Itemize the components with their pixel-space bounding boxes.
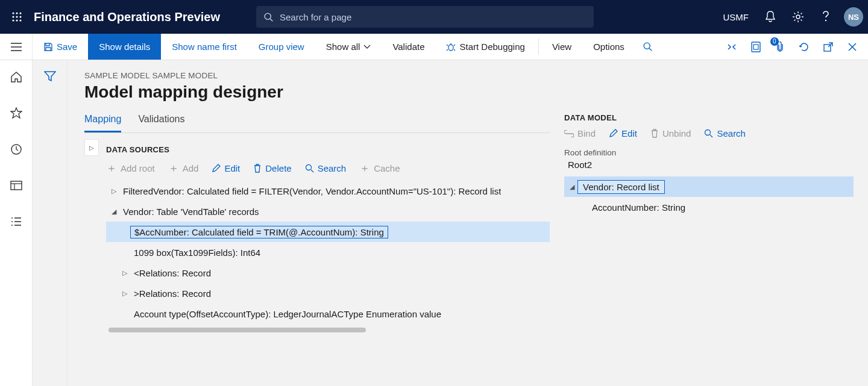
search-icon — [643, 42, 653, 52]
page-title: Model mapping designer — [84, 82, 550, 102]
settings-icon[interactable] — [786, 5, 810, 29]
search-icon — [704, 129, 713, 138]
bind-button[interactable]: Bind — [564, 128, 596, 139]
pencil-icon — [212, 164, 221, 173]
workspaces-icon[interactable] — [4, 173, 28, 198]
view-tab[interactable]: View — [541, 34, 582, 60]
tree-node-acc-number: $AccNumber: Calculated field = TRIM(@.Ac… — [130, 226, 388, 238]
save-button[interactable]: Save — [33, 34, 88, 60]
start-debugging-button[interactable]: Start Debugging — [435, 34, 535, 60]
tree-row[interactable]: Account type(OffsetAccountType): LedgerJ… — [106, 304, 550, 324]
user-avatar[interactable]: NS — [844, 7, 863, 26]
global-search-input[interactable] — [280, 12, 587, 22]
cache-button[interactable]: ＋Cache — [359, 163, 400, 173]
search-button[interactable]: Search — [305, 163, 347, 173]
collapse-icon[interactable]: ◢ — [108, 208, 119, 216]
global-search[interactable] — [256, 6, 594, 28]
app-launcher-icon[interactable] — [5, 5, 29, 29]
tree-node-rel-out: >Relations: Record — [130, 288, 211, 299]
save-label: Save — [57, 42, 77, 52]
tree-node-account-type: Account type(OffsetAccountType): LedgerJ… — [130, 309, 441, 319]
expand-icon[interactable]: ▷ — [119, 269, 130, 277]
link-icon — [564, 130, 574, 137]
tree-row[interactable]: 1099 box(Tax1099Fields): Int64 — [106, 242, 550, 263]
show-details-button[interactable]: Show details — [88, 34, 161, 60]
refresh-button[interactable] — [793, 36, 815, 58]
collapse-icon[interactable]: ◢ — [567, 183, 577, 191]
svg-point-16 — [448, 45, 453, 51]
data-model-heading: DATA MODEL — [564, 71, 854, 128]
save-icon — [43, 42, 53, 52]
popout-button[interactable] — [817, 36, 839, 58]
svg-rect-30 — [11, 181, 22, 190]
tree-row[interactable]: ▷ FilteredVendor: Calculated field = FIL… — [106, 181, 550, 201]
tab-validations[interactable]: Validations — [138, 110, 184, 132]
notifications-icon[interactable] — [758, 5, 782, 29]
svg-line-18 — [447, 45, 448, 46]
svg-point-12 — [825, 20, 826, 21]
svg-point-1 — [16, 12, 17, 14]
main-content: SAMPLE MODEL SAMPLE MODEL Model mapping … — [68, 60, 868, 386]
svg-line-42 — [710, 135, 712, 137]
nav-toggle-button[interactable] — [0, 34, 33, 60]
modules-icon[interactable] — [4, 210, 28, 234]
search-button[interactable]: Search — [704, 128, 746, 139]
home-icon[interactable] — [4, 65, 28, 89]
tree-node-filtered-vendor: FilteredVendor: Calculated field = FILTE… — [119, 186, 501, 196]
svg-point-8 — [19, 19, 21, 21]
unbind-button[interactable]: Unbind — [650, 128, 691, 139]
trash-icon — [650, 129, 659, 138]
options-tab[interactable]: Options — [582, 34, 635, 60]
svg-point-6 — [12, 19, 14, 21]
edit-button[interactable]: Edit — [212, 163, 240, 173]
validate-button[interactable]: Validate — [382, 34, 435, 60]
recent-icon[interactable] — [4, 137, 28, 161]
tree-node-1099: 1099 box(Tax1099Fields): Int64 — [130, 247, 260, 258]
svg-line-10 — [270, 19, 272, 21]
data-model-tree: ◢ Vendor: Record list AccountNumber: Str… — [564, 176, 854, 217]
show-name-first-button[interactable]: Show name first — [161, 34, 248, 60]
connector-icon[interactable] — [721, 36, 743, 58]
tree-row[interactable]: ▷ >Relations: Record — [106, 283, 550, 304]
legal-entity[interactable]: USMF — [717, 12, 755, 22]
pencil-icon — [609, 129, 618, 138]
svg-line-20 — [447, 49, 448, 51]
show-all-dropdown[interactable]: Show all — [315, 34, 382, 60]
open-in-office-icon[interactable] — [745, 36, 767, 58]
filter-icon[interactable] — [44, 71, 56, 82]
tab-mapping[interactable]: Mapping — [84, 110, 121, 132]
group-view-button[interactable]: Group view — [248, 34, 315, 60]
chevron-down-icon — [363, 45, 371, 49]
add-root-button[interactable]: ＋Add root — [106, 163, 155, 173]
expand-icon[interactable]: ▷ — [119, 290, 130, 297]
tree-row[interactable]: ◢ Vendor: Table 'VendTable' records — [106, 201, 550, 222]
find-button[interactable] — [635, 34, 660, 60]
add-button[interactable]: ＋Add — [168, 163, 199, 173]
edit-button[interactable]: Edit — [609, 128, 637, 139]
horizontal-scrollbar[interactable] — [108, 328, 366, 332]
svg-point-2 — [19, 12, 21, 14]
expand-icon[interactable]: ▷ — [108, 187, 119, 195]
show-all-label: Show all — [326, 42, 360, 52]
command-bar: Save Show details Show name first Group … — [0, 34, 868, 60]
delete-button[interactable]: Delete — [253, 163, 291, 173]
tree-node-vendor: Vendor: Table 'VendTable' records — [119, 207, 259, 217]
trash-icon — [253, 164, 262, 173]
tree-node-vendor-record-list: Vendor: Record list — [577, 180, 665, 194]
favorites-icon[interactable] — [4, 101, 28, 125]
svg-rect-24 — [752, 42, 760, 52]
svg-rect-25 — [753, 45, 758, 49]
page-tabs: Mapping Validations — [84, 110, 550, 133]
tree-row[interactable]: ▷ <Relations: Record — [106, 263, 550, 283]
tree-row-selected[interactable]: $AccNumber: Calculated field = TRIM(@.Ac… — [106, 222, 550, 242]
tree-row-selected[interactable]: ◢ Vendor: Record list — [564, 176, 854, 197]
app-title: Finance and Operations Preview — [34, 10, 220, 24]
attachments-badge: 0 — [770, 37, 779, 46]
help-icon[interactable] — [814, 5, 838, 29]
root-definition-value[interactable]: Root2 — [564, 157, 661, 176]
datasource-types-expand[interactable]: ▷ — [84, 139, 99, 156]
close-button[interactable] — [841, 36, 863, 58]
attachments-button[interactable]: 0 — [769, 36, 791, 58]
data-sources-heading: DATA SOURCES — [106, 139, 550, 163]
tree-row[interactable]: AccountNumber: String — [564, 197, 854, 217]
